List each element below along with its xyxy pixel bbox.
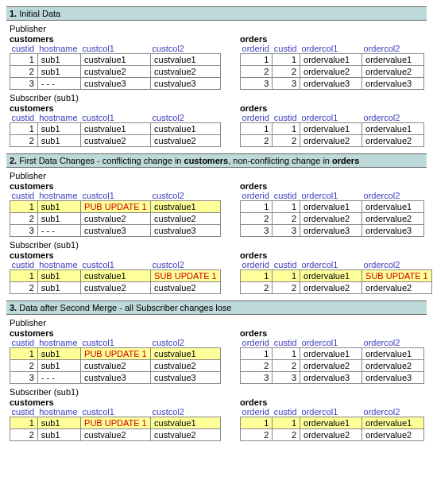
cell: 2 <box>273 66 300 78</box>
table-row: 2sub1custvalue2custvalue2 <box>10 429 221 441</box>
section-number: 3. <box>10 303 19 312</box>
cell: custvalue2 <box>151 360 221 372</box>
cell: ordervalue1 <box>300 54 362 66</box>
cell: custvalue2 <box>151 135 221 147</box>
cell: custvalue2 <box>81 66 151 78</box>
orders-col-orderid: orderid <box>241 260 273 270</box>
table-row: 2sub1custvalue2custvalue2 <box>10 135 221 147</box>
cell: ordervalue2 <box>300 66 362 78</box>
section-number: 2. <box>10 156 19 165</box>
cell: sub1 <box>37 270 80 282</box>
customers-heading: customers <box>10 34 221 44</box>
customers-col-custid: custid <box>10 260 38 270</box>
cell: ordervalue3 <box>300 78 362 90</box>
cell: ordervalue2 <box>300 135 362 147</box>
cell: sub1 <box>37 135 80 147</box>
cell: 2 <box>273 360 300 372</box>
table-pair: customerscustidhostnamecustcol1custcol21… <box>6 250 427 294</box>
table-row: 3- - -custvalue3custvalue3 <box>10 372 221 384</box>
customers-col-hostname: hostname <box>37 260 80 270</box>
cell: 2 <box>241 429 273 441</box>
cell: 1 <box>241 54 273 66</box>
cell: sub1 <box>37 201 80 213</box>
cell: 1 <box>10 123 38 135</box>
cell: 2 <box>241 282 273 294</box>
customers-table: custidhostnamecustcol1custcol21sub1PUB U… <box>10 407 221 441</box>
cell: ordervalue1 <box>362 417 424 429</box>
cell: custvalue2 <box>151 282 221 294</box>
cell: custvalue1 <box>81 270 151 282</box>
table-row: 11ordervalue1ordervalue1 <box>241 348 424 360</box>
customers-col-custcol2: custcol2 <box>151 44 221 54</box>
cell: custvalue3 <box>81 78 151 90</box>
customers-heading: customers <box>10 181 221 191</box>
cell: 3 <box>273 78 300 90</box>
customers-heading: customers <box>10 250 221 260</box>
cell: custvalue1 <box>151 123 221 135</box>
orders-table: orderidcustidordercol1ordercol211orderva… <box>240 260 432 294</box>
customers-col-hostname: hostname <box>37 113 80 123</box>
orders-col-custid: custid <box>273 191 300 201</box>
cell: ordervalue2 <box>362 213 424 225</box>
orders-col-orderid: orderid <box>241 113 273 123</box>
orders-col-orderid: orderid <box>241 338 273 348</box>
table-row: 1sub1PUB UPDATE 1custvalue1 <box>10 201 221 213</box>
orders-wrapper: ordersorderidcustidordercol1ordercol211o… <box>240 328 424 384</box>
cell: 2 <box>10 66 38 78</box>
cell: 1 <box>273 270 300 282</box>
cell: 1 <box>10 348 38 360</box>
table-row: 22ordervalue2ordervalue2 <box>241 135 424 147</box>
cell: custvalue2 <box>81 282 151 294</box>
cell: ordervalue2 <box>362 360 424 372</box>
cell: ordervalue1 <box>300 417 362 429</box>
cell: ordervalue2 <box>362 66 424 78</box>
table-row: 1sub1PUB UPDATE 1custvalue1 <box>10 348 221 360</box>
customers-col-custid: custid <box>10 44 38 54</box>
customers-col-hostname: hostname <box>37 407 80 417</box>
table-row: 11ordervalue1SUB UPDATE 1 <box>241 270 432 282</box>
cell: 3 <box>241 372 273 384</box>
customers-col-custcol1: custcol1 <box>81 260 151 270</box>
orders-wrapper: ordersorderidcustidordercol1ordercol211o… <box>240 397 424 441</box>
cell: 1 <box>273 201 300 213</box>
customers-wrapper: customerscustidhostnamecustcol1custcol21… <box>10 181 221 237</box>
publisher-label: Publisher <box>10 171 427 180</box>
cell: 1 <box>241 123 273 135</box>
orders-col-custid: custid <box>273 113 300 123</box>
cell: 2 <box>241 213 273 225</box>
cell: 1 <box>273 54 300 66</box>
cell: 1 <box>10 417 38 429</box>
table-row: 2sub1custvalue2custvalue2 <box>10 213 221 225</box>
cell: - - - <box>37 225 80 237</box>
customers-wrapper: customerscustidhostnamecustcol1custcol21… <box>10 34 221 90</box>
orders-col-ordercol2: ordercol2 <box>362 191 424 201</box>
cell: ordervalue2 <box>300 213 362 225</box>
orders-col-ordercol2: ordercol2 <box>362 338 424 348</box>
table-row: 11ordervalue1ordervalue1 <box>241 201 424 213</box>
orders-table: orderidcustidordercol1ordercol211orderva… <box>240 407 424 441</box>
customers-col-custcol2: custcol2 <box>151 407 221 417</box>
table-row: 11ordervalue1ordervalue1 <box>241 417 424 429</box>
cell: ordervalue1 <box>300 201 362 213</box>
orders-table: orderidcustidordercol1ordercol211orderva… <box>240 44 424 90</box>
orders-heading: orders <box>240 397 424 407</box>
cell: 1 <box>273 123 300 135</box>
cell: 2 <box>10 360 38 372</box>
cell: 2 <box>241 135 273 147</box>
customers-col-custid: custid <box>10 407 38 417</box>
cell: sub1 <box>37 54 80 66</box>
customers-wrapper: customerscustidhostnamecustcol1custcol21… <box>10 328 221 384</box>
orders-col-orderid: orderid <box>241 44 273 54</box>
customers-heading: customers <box>10 328 221 338</box>
cell: sub1 <box>37 282 80 294</box>
cell: 2 <box>10 282 38 294</box>
cell: PUB UPDATE 1 <box>81 417 151 429</box>
cell: ordervalue1 <box>362 54 424 66</box>
cell: SUB UPDATE 1 <box>362 270 432 282</box>
orders-heading: orders <box>240 34 424 44</box>
cell: ordervalue1 <box>300 348 362 360</box>
cell: custvalue2 <box>81 213 151 225</box>
customers-table: custidhostnamecustcol1custcol21sub1PUB U… <box>10 338 221 384</box>
cell: ordervalue1 <box>362 201 424 213</box>
customers-col-hostname: hostname <box>37 44 80 54</box>
